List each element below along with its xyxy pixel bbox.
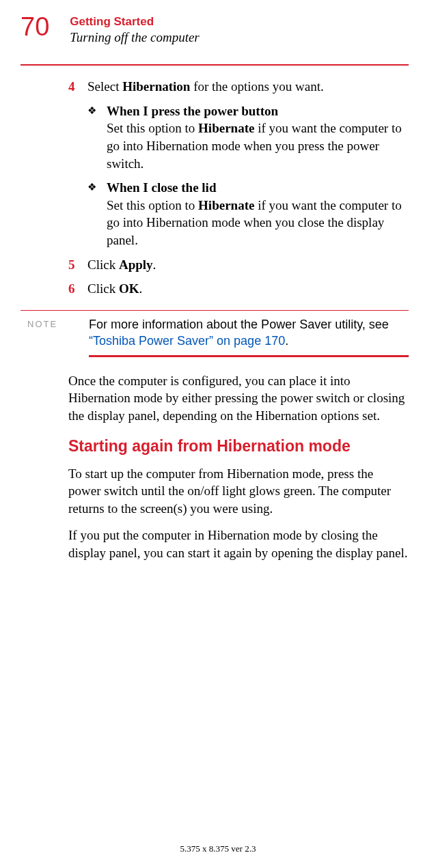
text: Set this option to bbox=[107, 121, 198, 135]
note-top-rule bbox=[21, 310, 409, 311]
step-text: Click OK. bbox=[87, 280, 409, 298]
page-header: 70 Getting Started Turning off the compu… bbox=[21, 14, 409, 45]
step-number: 6 bbox=[68, 280, 87, 298]
bullet-title: When I close the lid bbox=[107, 180, 216, 195]
text: Select bbox=[87, 79, 122, 94]
header-rule bbox=[21, 64, 409, 66]
step-text: Select Hibernation for the options you w… bbox=[87, 78, 409, 96]
bullet-body: When I close the lid Set this option to … bbox=[107, 179, 409, 249]
text: . bbox=[139, 281, 142, 296]
bold-text: OK bbox=[119, 281, 139, 296]
bold-text: Hibernate bbox=[198, 121, 254, 135]
paragraph: To start up the computer from Hibernatio… bbox=[68, 465, 409, 518]
step-number: 4 bbox=[68, 78, 87, 96]
header-titles: Getting Started Turning off the computer bbox=[70, 14, 199, 45]
paragraph: Once the computer is configured, you can… bbox=[68, 372, 409, 425]
bullet-title: When I press the power button bbox=[107, 104, 278, 118]
step-6: 6 Click OK. bbox=[68, 280, 409, 298]
footer-text: 5.375 x 8.375 ver 2.3 bbox=[0, 843, 436, 854]
note-text: For more information about the Power Sav… bbox=[89, 316, 409, 350]
text: . bbox=[285, 334, 288, 348]
body-content: Once the computer is configured, you can… bbox=[68, 372, 409, 562]
paragraph: If you put the computer in Hibernation m… bbox=[68, 527, 409, 561]
bullet-icon: ❖ bbox=[87, 179, 107, 249]
section-title: Turning off the computer bbox=[70, 30, 199, 45]
bullet-body: When I press the power button Set this o… bbox=[107, 102, 409, 173]
bold-text: Hibernate bbox=[198, 198, 254, 212]
subheading: Starting again from Hibernation mode bbox=[68, 437, 409, 456]
text: Click bbox=[87, 257, 119, 272]
chapter-title: Getting Started bbox=[70, 15, 199, 29]
text: . bbox=[153, 257, 156, 272]
main-content: 4 Select Hibernation for the options you… bbox=[68, 78, 409, 298]
bullet-icon: ❖ bbox=[87, 102, 107, 173]
note-bottom-rule bbox=[89, 355, 409, 357]
bold-text: Apply bbox=[119, 257, 153, 272]
text: For more information about the Power Sav… bbox=[89, 318, 389, 331]
text: for the options you want. bbox=[190, 79, 323, 94]
note-link[interactable]: “Toshiba Power Saver” on page 170 bbox=[89, 334, 285, 348]
note-label: NOTE bbox=[21, 316, 89, 329]
step-number: 5 bbox=[68, 256, 87, 274]
bold-text: Hibernation bbox=[122, 79, 190, 94]
page-number: 70 bbox=[21, 14, 49, 40]
note-block: NOTE For more information about the Powe… bbox=[21, 316, 409, 350]
step-5: 5 Click Apply. bbox=[68, 256, 409, 274]
step-text: Click Apply. bbox=[87, 256, 409, 274]
bullet-item: ❖ When I press the power button Set this… bbox=[87, 102, 409, 173]
text: Click bbox=[87, 281, 119, 296]
step-4: 4 Select Hibernation for the options you… bbox=[68, 78, 409, 96]
text: Set this option to bbox=[107, 198, 198, 212]
bullet-item: ❖ When I close the lid Set this option t… bbox=[87, 179, 409, 249]
